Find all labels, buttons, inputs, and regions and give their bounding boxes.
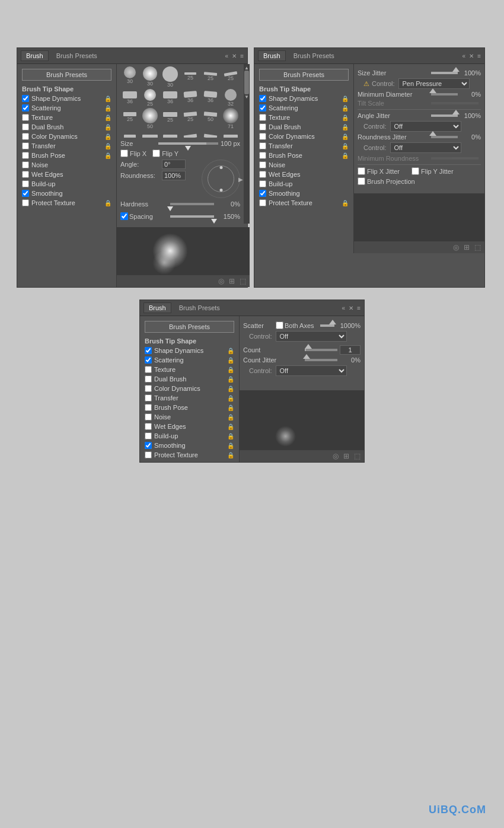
grid-icon-3[interactable]: ⊞ bbox=[343, 452, 349, 460]
grid-icon-1[interactable]: ⊞ bbox=[229, 277, 235, 285]
brush-cell[interactable]: 50 bbox=[141, 108, 160, 129]
count-input[interactable] bbox=[340, 345, 361, 355]
checkbox-color-dynamics-1[interactable] bbox=[22, 133, 29, 140]
sidebar-item-texture-1[interactable]: Texture 🔒 bbox=[17, 113, 116, 122]
sidebar-item-smoothing-1[interactable]: Smoothing bbox=[17, 189, 116, 198]
flip-y-label-1[interactable]: Flip Y bbox=[152, 149, 178, 157]
brush-cell[interactable]: 36 bbox=[221, 130, 240, 138]
sidebar-item-transfer-1[interactable]: Transfer 🔒 bbox=[17, 141, 116, 151]
sidebar-item-shape-dynamics-1[interactable]: Shape Dynamics 🔒 bbox=[17, 94, 116, 103]
brush-cell[interactable]: 50 bbox=[161, 130, 180, 138]
checkbox-tex-3[interactable] bbox=[145, 366, 152, 373]
sidebar-item-color-dynamics-1[interactable]: Color Dynamics 🔒 bbox=[17, 132, 116, 141]
brush-cell[interactable]: 30 bbox=[161, 66, 180, 88]
angle-input-1[interactable] bbox=[162, 160, 186, 169]
control-select-3[interactable]: Off Pen Pressure Fade bbox=[390, 142, 461, 153]
checkbox-protect-texture-1[interactable] bbox=[22, 199, 29, 206]
checkbox-db-3[interactable] bbox=[145, 375, 152, 383]
checkbox-noise-2[interactable] bbox=[259, 161, 266, 168]
tab-brush-2[interactable]: Brush bbox=[258, 50, 286, 61]
sidebar-item-sm-3[interactable]: Smoothing 🔒 bbox=[140, 441, 239, 450]
close-icon-1[interactable]: ✕ bbox=[232, 53, 237, 59]
checkbox-shape-dynamics-1[interactable] bbox=[22, 95, 29, 102]
sidebar-item-scat-3[interactable]: Scattering 🔒 bbox=[140, 355, 239, 365]
checkbox-sd-3[interactable] bbox=[145, 347, 152, 354]
checkbox-pt-3[interactable] bbox=[145, 451, 152, 458]
tab-brush-presets-3[interactable]: Brush Presets bbox=[174, 302, 225, 313]
collapse-icon-3[interactable]: « bbox=[342, 305, 346, 311]
checkbox-brush-pose-1[interactable] bbox=[22, 152, 29, 159]
sidebar-item-scattering-2[interactable]: Scattering 🔒 bbox=[254, 103, 353, 113]
count-slider[interactable] bbox=[305, 349, 337, 351]
brush-cell[interactable]: 50 bbox=[141, 130, 160, 138]
brush-cell[interactable]: 25 bbox=[221, 66, 240, 88]
scatter-slider[interactable] bbox=[320, 324, 334, 327]
brush-cell[interactable]: 50 bbox=[181, 130, 200, 138]
spacing-checkbox-1[interactable]: Spacing bbox=[120, 212, 168, 220]
brush-cell[interactable]: 36 bbox=[161, 89, 180, 107]
checkbox-dual-brush-1[interactable] bbox=[22, 123, 29, 130]
scrollbar-1[interactable]: ▲ ▼ bbox=[244, 64, 250, 224]
both-axes-cb[interactable] bbox=[276, 321, 283, 329]
close-icon-3[interactable]: ✕ bbox=[349, 305, 353, 311]
sidebar-item-dual-brush-1[interactable]: Dual Brush 🔒 bbox=[17, 122, 116, 132]
checkbox-noise-1[interactable] bbox=[22, 161, 29, 168]
spacing-slider-1[interactable] bbox=[170, 215, 214, 218]
sidebar-item-bu-3[interactable]: Build-up 🔒 bbox=[140, 431, 239, 441]
brush-cell[interactable]: 32 bbox=[221, 89, 240, 107]
brush-cell[interactable]: 25 bbox=[181, 66, 200, 88]
brush-presets-btn-3[interactable]: Brush Presets bbox=[145, 321, 234, 333]
hardness-slider-1[interactable] bbox=[170, 203, 214, 205]
flip-y-jitter-cb[interactable] bbox=[412, 167, 419, 175]
sidebar-item-wet-edges-2[interactable]: Wet Edges bbox=[254, 170, 353, 179]
brush-cell[interactable]: 36 bbox=[120, 89, 139, 107]
flip-x-jitter-label[interactable]: Flip X Jitter bbox=[358, 167, 400, 175]
sidebar-item-pt-3[interactable]: Protect Texture 🔒 bbox=[140, 450, 239, 460]
flip-x-label-1[interactable]: Flip X bbox=[120, 149, 146, 157]
control-select-1[interactable]: Pen Pressure Off Fade Pen Tilt Stylus Wh… bbox=[398, 78, 470, 89]
brush-presets-btn-1[interactable]: Brush Presets bbox=[22, 69, 111, 81]
checkbox-cd-3[interactable] bbox=[145, 385, 152, 392]
checkbox-tex-2[interactable] bbox=[259, 114, 266, 121]
flip-y-jitter-label[interactable]: Flip Y Jitter bbox=[412, 167, 454, 175]
grid-icon-2[interactable]: ⊞ bbox=[464, 243, 470, 251]
size-jitter-slider[interactable] bbox=[431, 72, 458, 74]
sidebar-item-tex-3[interactable]: Texture 🔒 bbox=[140, 365, 239, 374]
sidebar-item-brush-pose-1[interactable]: Brush Pose 🔒 bbox=[17, 151, 116, 160]
brush-cell[interactable]: 36 bbox=[201, 89, 220, 107]
brush-cell[interactable]: 25 bbox=[181, 108, 200, 129]
sidebar-item-trans-3[interactable]: Transfer 🔒 bbox=[140, 393, 239, 403]
checkbox-we-2[interactable] bbox=[259, 171, 266, 178]
checkbox-trans-2[interactable] bbox=[259, 142, 266, 149]
checkbox-wet-edges-1[interactable] bbox=[22, 171, 29, 178]
checkbox-noise-3[interactable] bbox=[145, 413, 152, 421]
sidebar-item-noise-2[interactable]: Noise bbox=[254, 160, 353, 170]
checkbox-bu-3[interactable] bbox=[145, 432, 152, 440]
checkbox-build-up-1[interactable] bbox=[22, 180, 29, 187]
sidebar-item-scattering-1[interactable]: Scattering 🔒 bbox=[17, 103, 116, 113]
collapse-icon-2[interactable]: « bbox=[462, 53, 466, 59]
count-jitter-slider[interactable] bbox=[305, 359, 337, 361]
brush-cell[interactable]: 30 bbox=[141, 66, 160, 88]
brush-presets-btn-2[interactable]: Brush Presets bbox=[259, 69, 349, 81]
both-axes-label[interactable]: Both Axes bbox=[276, 321, 314, 329]
brush-cell[interactable]: 30 bbox=[120, 66, 139, 88]
sidebar-item-cd-3[interactable]: Color Dynamics 🔒 bbox=[140, 384, 239, 393]
brush-cell[interactable]: 36 bbox=[181, 89, 200, 107]
expand-icon-2[interactable]: ⬚ bbox=[474, 243, 481, 251]
size-slider-1[interactable] bbox=[158, 142, 218, 145]
eye-icon-2[interactable]: ◎ bbox=[453, 243, 459, 251]
tab-brush-presets-2[interactable]: Brush Presets bbox=[288, 50, 340, 61]
menu-icon-3[interactable]: ≡ bbox=[357, 305, 361, 311]
checkbox-cd-2[interactable] bbox=[259, 133, 266, 140]
checkbox-smoothing-1[interactable] bbox=[22, 190, 29, 197]
sidebar-item-build-up-2[interactable]: Build-up bbox=[254, 179, 353, 189]
sidebar-item-smoothing-2[interactable]: Smoothing bbox=[254, 189, 353, 198]
checkbox-scat-2[interactable] bbox=[259, 104, 266, 112]
checkbox-sd-2[interactable] bbox=[259, 95, 266, 102]
brush-cell[interactable]: 25 bbox=[120, 130, 139, 138]
checkbox-texture-1[interactable] bbox=[22, 114, 29, 121]
roundness-jitter-slider[interactable] bbox=[431, 136, 458, 138]
sidebar-item-bp-3[interactable]: Brush Pose 🔒 bbox=[140, 403, 239, 412]
sidebar-item-brush-pose-2[interactable]: Brush Pose 🔒 bbox=[254, 151, 353, 160]
